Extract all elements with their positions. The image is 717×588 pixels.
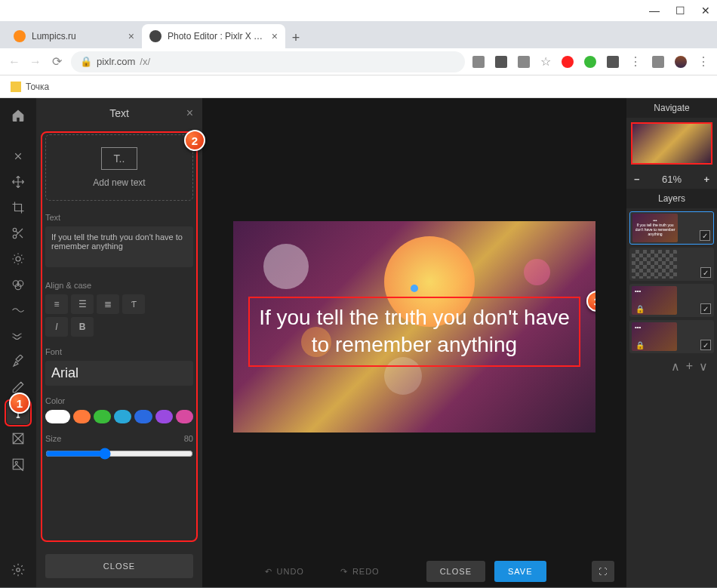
color-swatch-white[interactable] — [45, 410, 70, 423]
add-new-text-button[interactable]: T.. Add new text — [45, 134, 193, 201]
filter-tool-icon[interactable] — [7, 273, 29, 296]
user-avatar-icon[interactable] — [675, 56, 687, 68]
color-swatch-green[interactable] — [94, 410, 111, 423]
effects-tool-icon[interactable] — [7, 299, 29, 322]
add-text-label: Add new text — [93, 177, 145, 188]
layer-item[interactable]: ••• 🔒 ✓ — [629, 284, 714, 317]
settings-icon[interactable] — [7, 559, 29, 581]
canvas-area: 3 If you tell the truth you don't have t… — [202, 98, 626, 587]
bold-button[interactable]: B — [71, 317, 94, 337]
layer-item[interactable]: ••• 🔒 ✓ — [629, 320, 714, 353]
tab-close-icon[interactable]: × — [272, 30, 278, 42]
align-center-icon[interactable]: ☰ — [71, 294, 94, 314]
layers-list: •••If you tell the truth youdon't have t… — [626, 208, 717, 587]
ext-icon[interactable] — [607, 56, 619, 68]
navigator-preview[interactable] — [631, 122, 712, 165]
text-case-icon[interactable]: Ƭ — [122, 294, 145, 314]
window-close-icon[interactable]: ✕ — [700, 5, 711, 16]
tab-close-icon[interactable]: × — [128, 30, 134, 42]
canvas-text-layer[interactable]: If you tell the truth you don't have to … — [248, 297, 580, 367]
ext-translate-icon[interactable] — [495, 56, 507, 68]
color-section: Color — [45, 396, 193, 423]
align-right-icon[interactable]: ≣ — [97, 294, 119, 314]
zoom-value: 61% — [662, 174, 682, 185]
window-minimize-icon[interactable]: — — [649, 5, 660, 16]
canvas-image[interactable]: 3 If you tell the truth you don't have t… — [233, 221, 595, 433]
panel-body: T.. Add new text Text Align & case ≡ ☰ ≣… — [36, 128, 202, 545]
size-label: Size — [45, 434, 61, 443]
ext-icon[interactable]: ☆ — [540, 54, 551, 69]
ext-icon[interactable] — [472, 56, 485, 68]
nav-back-icon[interactable]: ← — [8, 55, 21, 69]
image-tool-icon[interactable] — [7, 453, 29, 476]
font-select[interactable]: Arial — [45, 361, 193, 386]
extension-icons: ☆ ⋮ ⋮ — [472, 54, 709, 69]
color-swatch-cyan[interactable] — [114, 410, 131, 423]
arrange-tool-icon[interactable] — [7, 145, 29, 168]
ext-icon[interactable] — [652, 56, 664, 68]
annotation-marker-1: 1 — [9, 393, 30, 414]
rotate-handle-icon[interactable] — [411, 285, 418, 292]
svg-point-8 — [15, 461, 17, 463]
layer-item[interactable]: ✓ — [629, 248, 714, 281]
size-section: Size 80 — [45, 434, 193, 463]
liquify-tool-icon[interactable] — [7, 325, 29, 347]
color-swatch-purple[interactable] — [155, 410, 173, 423]
layer-add-icon[interactable]: + — [686, 359, 693, 374]
close-button[interactable]: CLOSE — [426, 561, 485, 582]
url-input[interactable]: 🔒 pixlr.com/x/ — [71, 51, 465, 72]
move-tool-icon[interactable] — [7, 171, 29, 193]
layer-visible-checkbox[interactable]: ✓ — [700, 340, 711, 350]
browser-tab-lumpics[interactable]: Lumpics.ru × — [6, 24, 142, 48]
new-tab-button[interactable]: + — [285, 27, 306, 48]
color-swatch-orange[interactable] — [73, 410, 91, 423]
text-input[interactable] — [45, 226, 193, 267]
layer-down-icon[interactable]: ∨ — [699, 359, 708, 374]
align-left-icon[interactable]: ≡ — [45, 294, 68, 314]
ext-icon[interactable] — [518, 56, 530, 68]
favicon-icon — [149, 30, 162, 42]
nav-forward-icon[interactable]: → — [29, 55, 42, 69]
layer-controls: ∧ + ∨ — [629, 356, 714, 377]
browser-addressbar: ← → ⟳ 🔒 pixlr.com/x/ ☆ ⋮ ⋮ — [0, 48, 717, 75]
expand-icon[interactable]: ⛶ — [592, 561, 614, 582]
svg-point-0 — [13, 228, 17, 232]
italic-button[interactable]: I — [45, 317, 68, 337]
color-swatch-magenta[interactable] — [176, 410, 193, 423]
layer-up-icon[interactable]: ∧ — [671, 359, 680, 374]
cut-tool-icon[interactable] — [7, 222, 29, 245]
panel-title: Text — [109, 107, 129, 119]
undo-button[interactable]: ↶ UNDO — [251, 561, 318, 582]
ext-check-icon[interactable] — [584, 56, 596, 68]
window-maximize-icon[interactable]: ☐ — [675, 5, 685, 16]
layer-visible-checkbox[interactable]: ✓ — [700, 303, 711, 314]
url-domain: pixlr.com — [97, 56, 135, 67]
ext-menu-icon[interactable]: ⋮ — [629, 54, 642, 69]
overlay-tool-icon[interactable] — [7, 427, 29, 450]
save-button[interactable]: SAVE — [494, 561, 546, 582]
panel-close-button[interactable]: CLOSE — [45, 554, 193, 578]
color-swatch-blue[interactable] — [134, 410, 152, 423]
bookmark-item[interactable]: Точка — [26, 82, 49, 92]
url-path: /x/ — [140, 56, 150, 67]
nav-reload-icon[interactable]: ⟳ — [50, 55, 63, 69]
layer-visible-checkbox[interactable]: ✓ — [700, 267, 711, 278]
size-slider[interactable] — [45, 448, 193, 460]
crop-tool-icon[interactable] — [7, 196, 29, 219]
pixlr-app: 1 2 Text × — [0, 98, 717, 587]
zoom-out-button[interactable]: − — [634, 174, 640, 185]
canvas-viewport[interactable]: 3 If you tell the truth you don't have t… — [202, 98, 626, 556]
svg-rect-7 — [13, 459, 23, 469]
layer-visible-checkbox[interactable]: ✓ — [700, 230, 710, 241]
ext-opera-icon[interactable] — [562, 56, 574, 68]
home-icon[interactable] — [7, 104, 29, 127]
layer-item[interactable]: •••If you tell the truth youdon't have t… — [629, 211, 714, 245]
redo-button[interactable]: ↷ REDO — [327, 561, 393, 582]
zoom-in-button[interactable]: + — [703, 174, 709, 185]
browser-menu-icon[interactable]: ⋮ — [697, 54, 709, 69]
tool-sidebar — [0, 98, 36, 587]
panel-close-icon[interactable]: × — [186, 106, 193, 120]
adjust-tool-icon[interactable] — [7, 248, 29, 270]
brush-tool-icon[interactable] — [7, 350, 29, 373]
browser-tab-pixlr[interactable]: Photo Editor : Pixlr X - free image × — [142, 24, 285, 48]
